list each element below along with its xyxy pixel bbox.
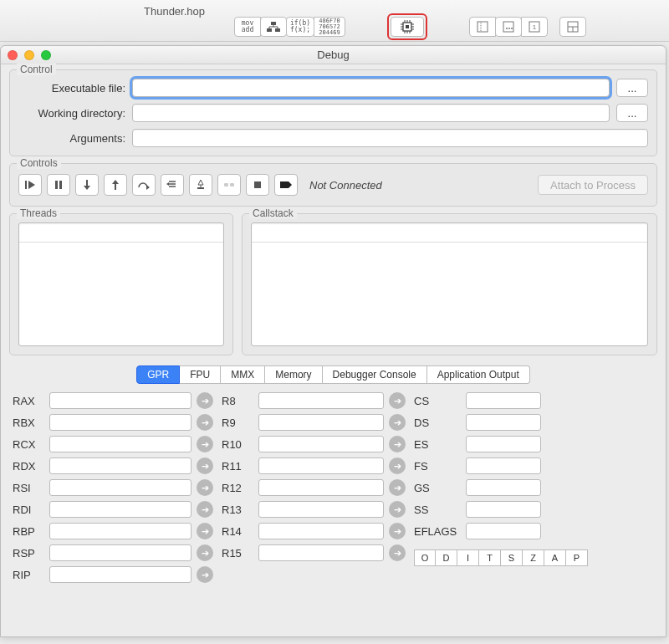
arguments-input[interactable] xyxy=(132,129,648,147)
workdir-browse-button[interactable]: ... xyxy=(616,104,648,122)
reg-input-cs[interactable] xyxy=(466,392,541,409)
attach-to-process-button[interactable]: Attach to Process xyxy=(538,175,648,195)
svg-rect-0 xyxy=(271,22,276,25)
tag-button[interactable] xyxy=(274,174,298,196)
reg-goto-rip[interactable] xyxy=(197,566,213,583)
reg-goto-r14[interactable] xyxy=(389,523,406,539)
reg-input-rsi[interactable] xyxy=(49,479,192,496)
svg-marker-33 xyxy=(28,181,35,189)
flag-i[interactable]: I xyxy=(457,549,479,566)
reg-input-r8[interactable] xyxy=(258,392,384,409)
reg-goto-rdi[interactable] xyxy=(197,501,213,518)
flag-s[interactable]: S xyxy=(501,549,523,566)
reg-input-rdi[interactable] xyxy=(49,501,192,518)
flag-t[interactable]: T xyxy=(479,549,501,566)
reg-input-rsp[interactable] xyxy=(49,544,192,561)
continue-button[interactable] xyxy=(18,174,42,196)
step-out-button[interactable] xyxy=(104,174,127,196)
tab-application-output[interactable]: Application Output xyxy=(427,365,530,384)
callstack-list[interactable] xyxy=(251,222,648,346)
reg-input-r11[interactable] xyxy=(258,457,384,474)
executable-label: Executable file: xyxy=(18,82,125,95)
toggle-breakpoints-button[interactable] xyxy=(217,174,241,196)
reg-label-es: ES xyxy=(414,438,461,451)
reg-input-ds[interactable] xyxy=(466,414,541,431)
reg-label-r12: R12 xyxy=(222,482,253,494)
toolbar-layout-group: 1 xyxy=(469,17,548,37)
reg-label-ss: SS xyxy=(414,503,461,516)
reg-goto-rax[interactable] xyxy=(197,392,213,409)
reg-input-eflags[interactable] xyxy=(466,523,541,539)
reg-input-rdx[interactable] xyxy=(49,457,192,474)
tab-gpr[interactable]: GPR xyxy=(136,365,180,384)
step-over-button[interactable] xyxy=(132,174,156,196)
tab-debugger-console[interactable]: Debugger Console xyxy=(323,365,427,384)
layout-btn-4[interactable] xyxy=(559,17,586,37)
asm-mode-button[interactable]: mov add xyxy=(234,17,261,37)
workdir-input[interactable] xyxy=(132,104,610,122)
reg-input-r12[interactable] xyxy=(258,479,384,496)
reg-goto-r11[interactable] xyxy=(389,457,406,474)
reg-goto-rdx[interactable] xyxy=(197,457,213,474)
reg-goto-r15[interactable] xyxy=(389,544,406,561)
reg-input-r13[interactable] xyxy=(258,501,384,518)
flag-p[interactable]: P xyxy=(566,549,588,566)
reg-input-rbp[interactable] xyxy=(49,523,192,539)
step-into-button[interactable] xyxy=(75,174,99,196)
reg-goto-rbp[interactable] xyxy=(197,523,213,539)
flag-z[interactable]: Z xyxy=(523,549,544,566)
tab-mmx[interactable]: MMX xyxy=(221,365,265,384)
reg-goto-r10[interactable] xyxy=(389,436,406,452)
callstack-section: Callstack xyxy=(242,213,657,355)
step-to-line-button[interactable] xyxy=(161,174,184,196)
threads-legend: Threads xyxy=(17,207,60,219)
stop-button[interactable] xyxy=(246,174,269,196)
registers-col-3: CS DS ES FS GS SS EFLAGS O D I T S Z A P xyxy=(414,392,588,566)
svg-point-25 xyxy=(508,28,510,29)
reg-goto-r12[interactable] xyxy=(389,479,406,496)
svg-marker-44 xyxy=(166,182,169,186)
reg-goto-r8[interactable] xyxy=(389,392,406,409)
breakpoint-button[interactable] xyxy=(189,174,212,196)
pause-button[interactable] xyxy=(47,174,70,196)
control-legend: Control xyxy=(17,64,56,75)
app-toolbar: Thunder.hop mov add if(b) f(x); 486F70 7… xyxy=(0,0,669,42)
reg-goto-rcx[interactable] xyxy=(197,436,213,452)
pseudocode-mode-button[interactable]: if(b) f(x); xyxy=(286,17,314,37)
flag-a[interactable]: A xyxy=(544,549,566,566)
reg-input-rcx[interactable] xyxy=(49,436,192,452)
threads-list[interactable] xyxy=(18,222,224,346)
reg-input-rbx[interactable] xyxy=(49,414,192,431)
layout-btn-3[interactable]: 1 xyxy=(521,17,548,37)
reg-input-ss[interactable] xyxy=(466,501,541,518)
executable-browse-button[interactable]: ... xyxy=(616,79,648,97)
reg-label-r11: R11 xyxy=(222,460,253,473)
reg-input-r14[interactable] xyxy=(258,523,384,539)
reg-input-r10[interactable] xyxy=(258,436,384,452)
tab-fpu[interactable]: FPU xyxy=(180,365,221,384)
reg-label-r13: R13 xyxy=(222,503,253,516)
flag-o[interactable]: O xyxy=(414,549,436,566)
debugger-button[interactable] xyxy=(391,17,424,37)
layout-btn-1[interactable] xyxy=(469,17,496,37)
threads-section: Threads xyxy=(9,213,233,355)
reg-input-es[interactable] xyxy=(466,436,541,452)
reg-goto-rsp[interactable] xyxy=(197,544,213,561)
executable-input[interactable] xyxy=(132,79,610,97)
tab-memory[interactable]: Memory xyxy=(265,365,322,384)
flag-d[interactable]: D xyxy=(436,549,457,566)
layout-btn-2[interactable] xyxy=(495,17,522,37)
reg-input-rip[interactable] xyxy=(49,566,192,583)
reg-input-fs[interactable] xyxy=(466,457,541,474)
reg-goto-rbx[interactable] xyxy=(197,414,213,431)
reg-goto-r9[interactable] xyxy=(389,414,406,431)
reg-input-rax[interactable] xyxy=(49,392,192,409)
reg-input-r15[interactable] xyxy=(258,544,384,561)
reg-label-rsi: RSI xyxy=(13,482,44,494)
reg-goto-rsi[interactable] xyxy=(197,479,213,496)
reg-input-gs[interactable] xyxy=(466,479,541,496)
reg-goto-r13[interactable] xyxy=(389,501,406,518)
reg-input-r9[interactable] xyxy=(258,414,384,431)
hex-mode-button[interactable]: 486F70 706572 204469 xyxy=(314,17,345,37)
cfg-mode-button[interactable] xyxy=(260,17,287,37)
